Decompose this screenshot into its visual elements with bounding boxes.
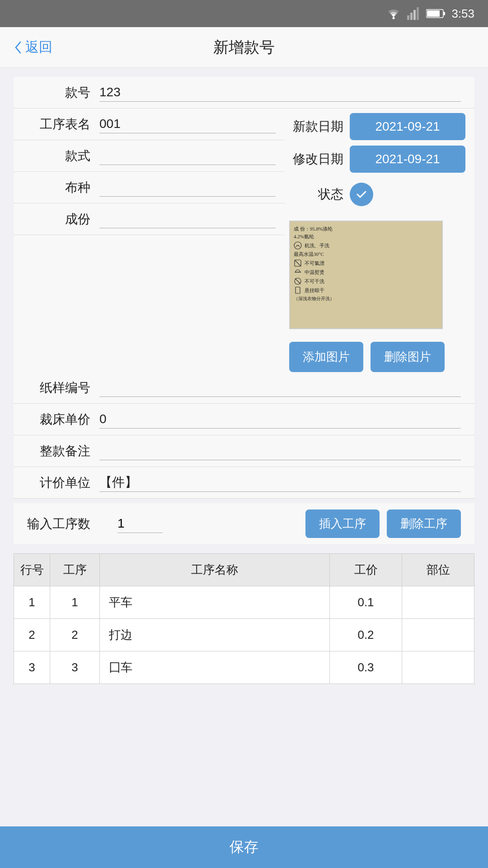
row-3-name: 囗车 — [100, 651, 330, 684]
status-row: 状态 — [289, 178, 465, 211]
fabric-type-input[interactable] — [99, 178, 276, 197]
table-row: 2 2 打边 0.2 — [14, 619, 474, 651]
fabric-type-label: 布种 — [27, 179, 90, 196]
status-icons: 3:53 — [385, 7, 474, 21]
paper-sample-row: 纸样编号 — [14, 372, 474, 404]
process-count-label: 输入工序数 — [27, 515, 108, 533]
svg-rect-4 — [417, 7, 419, 20]
process-input-row: 输入工序数 插入工序 删除工序 — [14, 503, 474, 544]
remark-row: 整款备注 — [14, 435, 474, 467]
label-line2: 4.2%氨纶 — [294, 233, 438, 241]
svg-line-10 — [295, 260, 301, 266]
style-type-label: 款式 — [27, 147, 90, 165]
style-type-row: 款式 — [14, 140, 285, 172]
status-label: 状态 — [289, 186, 343, 203]
row-2-no: 2 — [14, 619, 50, 651]
style-no-row: 款号 — [14, 77, 474, 108]
paper-sample-input[interactable] — [99, 378, 461, 397]
style-no-label: 款号 — [27, 84, 90, 101]
row-2-price: 0.2 — [330, 619, 402, 651]
composition-input[interactable] — [99, 210, 276, 228]
back-button[interactable]: 返回 — [14, 38, 52, 57]
table-header-row: 行号 工序 工序名称 工价 部位 — [14, 554, 474, 586]
style-type-input[interactable] — [99, 146, 276, 165]
process-table-section: 行号 工序 工序名称 工价 部位 1 1 平车 0.1 2 2 — [14, 553, 474, 684]
cutting-price-input[interactable] — [99, 410, 461, 429]
svg-rect-2 — [410, 13, 413, 20]
modify-date-label: 修改日期 — [289, 151, 343, 168]
battery-icon — [426, 9, 446, 19]
fabric-type-row: 布种 — [14, 172, 285, 203]
status-bar: 3:53 — [0, 0, 488, 27]
col-header-process: 工序 — [50, 554, 100, 586]
process-table-input[interactable] — [99, 115, 276, 133]
save-bar: 保存 — [0, 826, 488, 868]
remark-input[interactable] — [99, 442, 461, 460]
process-action-buttons: 插入工序 删除工序 — [305, 509, 461, 538]
save-button[interactable]: 保存 — [11, 837, 477, 857]
pricing-unit-input[interactable] — [99, 473, 461, 492]
add-image-button[interactable]: 添加图片 — [289, 342, 363, 372]
svg-rect-7 — [427, 10, 440, 17]
new-date-row: 新款日期 2021-09-21 — [289, 113, 465, 140]
composition-row: 成份 — [14, 203, 285, 235]
label-line5: 不可氯漂 — [305, 259, 324, 267]
delete-process-button[interactable]: 删除工序 — [387, 509, 461, 538]
svg-rect-6 — [443, 12, 445, 15]
label-line9: （深浅衣物分开洗） — [294, 295, 438, 302]
form-two-col: 工序表名 款式 布种 成份 新款日期 — [14, 108, 474, 372]
svg-line-12 — [295, 278, 300, 284]
label-line3: 机洗、手洗 — [305, 242, 329, 250]
label-image: 成 份：95.8%涤纶 4.2%氨纶 机洗、手洗 最高水温30°C 不可氯漂 — [290, 222, 442, 328]
composition-label: 成份 — [27, 211, 90, 228]
main-content: 款号 工序表名 款式 布种 成份 — [0, 68, 488, 747]
wifi-icon — [385, 7, 402, 20]
label-image-area: 成 份：95.8%涤纶 4.2%氨纶 机洗、手洗 最高水温30°C 不可氯漂 — [289, 221, 443, 329]
col-header-row-no: 行号 — [14, 554, 50, 586]
table-row: 1 1 平车 0.1 — [14, 586, 474, 619]
style-no-input[interactable] — [99, 83, 461, 102]
label-line8: 悬挂晾干 — [305, 287, 324, 294]
form-left: 工序表名 款式 布种 成份 — [14, 108, 285, 372]
delete-image-button[interactable]: 删除图片 — [371, 342, 445, 372]
table-body: 1 1 平车 0.1 2 2 打边 0.2 3 3 囗车 0.3 — [14, 586, 474, 684]
clock: 3:53 — [451, 7, 474, 21]
row-3-process: 3 — [50, 651, 100, 684]
pricing-unit-row: 计价单位 — [14, 467, 474, 499]
svg-rect-13 — [296, 287, 300, 293]
form-right: 新款日期 2021-09-21 修改日期 2021-09-21 状态 — [285, 108, 474, 372]
new-date-button[interactable]: 2021-09-21 — [350, 113, 465, 140]
top-nav: 返回 新增款号 — [0, 27, 488, 68]
label-line1: 成 份：95.8%涤纶 — [294, 225, 438, 233]
page-title: 新增款号 — [213, 37, 275, 58]
signal-icon — [407, 7, 421, 20]
insert-process-button[interactable]: 插入工序 — [305, 509, 380, 538]
label-line6: 中温熨烫 — [305, 269, 324, 276]
back-label: 返回 — [25, 38, 52, 57]
check-icon — [355, 188, 368, 201]
modify-date-row: 修改日期 2021-09-21 — [289, 146, 465, 173]
new-date-label: 新款日期 — [289, 118, 343, 135]
svg-rect-1 — [407, 15, 409, 20]
process-count-input[interactable] — [117, 514, 163, 533]
status-checkbox[interactable] — [350, 183, 373, 206]
row-1-process: 1 — [50, 586, 100, 619]
image-buttons: 添加图片 删除图片 — [289, 342, 465, 372]
row-3-price: 0.3 — [330, 651, 402, 684]
process-table-row: 工序表名 — [14, 108, 285, 140]
col-header-price: 工价 — [330, 554, 402, 586]
cutting-price-label: 裁床单价 — [27, 411, 90, 428]
pricing-unit-label: 计价单位 — [27, 474, 90, 491]
modify-date-button[interactable]: 2021-09-21 — [350, 146, 465, 173]
row-1-price: 0.1 — [330, 586, 402, 619]
row-1-no: 1 — [14, 586, 50, 619]
row-1-name: 平车 — [100, 586, 330, 619]
row-2-process: 2 — [50, 619, 100, 651]
label-line7: 不可干洗 — [305, 278, 324, 285]
col-header-part: 部位 — [402, 554, 474, 586]
label-line4: 最高水温30°C — [294, 250, 438, 258]
paper-sample-label: 纸样编号 — [27, 379, 90, 396]
table-row: 3 3 囗车 0.3 — [14, 651, 474, 684]
bottom-spacer — [14, 684, 474, 738]
process-table-label: 工序表名 — [27, 116, 90, 133]
